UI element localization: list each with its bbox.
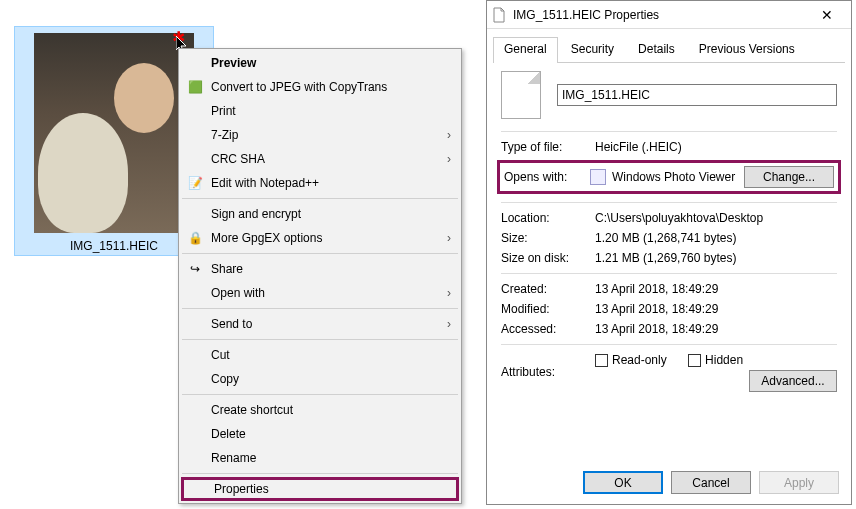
menu-print[interactable]: Print [181,99,459,123]
chevron-right-icon: › [447,152,451,166]
opens-with-value: Windows Photo Viewer [612,170,735,184]
menu-separator [182,394,458,395]
dialog-title: IMG_1511.HEIC Properties [513,8,807,22]
menu-7zip[interactable]: 7-Zip› [181,123,459,147]
document-icon [491,7,507,23]
menu-cut[interactable]: Cut [181,343,459,367]
row-attributes: Attributes: Read-only Hidden Advanced... [501,353,837,392]
menu-properties[interactable]: Properties [181,477,459,501]
share-icon: ↪ [187,261,203,277]
chevron-right-icon: › [447,317,451,331]
ok-button[interactable]: OK [583,471,663,494]
opens-with-highlight: Opens with: Windows Photo Viewer Change.… [497,160,841,194]
menu-separator [182,198,458,199]
context-menu: Preview 🟩Convert to JPEG with CopyTrans … [178,48,462,504]
menu-rename[interactable]: Rename [181,446,459,470]
apply-button[interactable]: Apply [759,471,839,494]
properties-dialog: IMG_1511.HEIC Properties ✕ General Secur… [486,0,852,505]
menu-sign-encrypt[interactable]: Sign and encrypt [181,202,459,226]
row-location: Location:C:\Users\poluyakhtova\Desktop [501,211,837,225]
divider [501,344,837,345]
close-button[interactable]: ✕ [807,2,847,28]
menu-separator [182,473,458,474]
row-size: Size:1.20 MB (1,268,741 bytes) [501,231,837,245]
menu-separator [182,308,458,309]
change-button[interactable]: Change... [744,166,834,188]
divider [501,131,837,132]
copytrans-icon: 🟩 [187,79,203,95]
divider [501,202,837,203]
filename-input[interactable] [557,84,837,106]
chevron-right-icon: › [447,286,451,300]
tab-security[interactable]: Security [560,37,625,62]
menu-notepadpp[interactable]: 📝Edit with Notepad++ [181,171,459,195]
dialog-titlebar: IMG_1511.HEIC Properties ✕ [487,1,851,29]
file-thumbnail [34,33,194,233]
chevron-right-icon: › [447,231,451,245]
lock-icon: 🔒 [187,230,203,246]
menu-delete[interactable]: Delete [181,422,459,446]
row-created: Created:13 April 2018, 18:49:29 [501,282,837,296]
tab-details[interactable]: Details [627,37,686,62]
menu-convert-jpeg[interactable]: 🟩Convert to JPEG with CopyTrans [181,75,459,99]
menu-preview[interactable]: Preview [181,51,459,75]
tabstrip: General Security Details Previous Versio… [493,37,845,63]
file-type-icon [501,71,541,119]
label-opens-with: Opens with: [504,170,590,184]
photo-viewer-icon [590,169,606,185]
tab-general[interactable]: General [493,37,558,62]
menu-gpgex[interactable]: 🔒More GpgEX options› [181,226,459,250]
menu-open-with[interactable]: Open with› [181,281,459,305]
menu-create-shortcut[interactable]: Create shortcut [181,398,459,422]
chevron-right-icon: › [447,128,451,142]
menu-send-to[interactable]: Send to› [181,312,459,336]
notepad-icon: 📝 [187,175,203,191]
row-size-on-disk: Size on disk:1.21 MB (1,269,760 bytes) [501,251,837,265]
row-type-of-file: Type of file: HeicFile (.HEIC) [501,140,837,154]
menu-separator [182,253,458,254]
divider [501,273,837,274]
tab-previous-versions[interactable]: Previous Versions [688,37,806,62]
cancel-button[interactable]: Cancel [671,471,751,494]
menu-crc-sha[interactable]: CRC SHA› [181,147,459,171]
menu-copy[interactable]: Copy [181,367,459,391]
row-accessed: Accessed:13 April 2018, 18:49:29 [501,322,837,336]
advanced-button[interactable]: Advanced... [749,370,837,392]
checkbox-hidden[interactable]: Hidden [688,353,743,367]
row-modified: Modified:13 April 2018, 18:49:29 [501,302,837,316]
checkbox-readonly[interactable]: Read-only [595,353,667,367]
menu-separator [182,339,458,340]
menu-share[interactable]: ↪Share [181,257,459,281]
